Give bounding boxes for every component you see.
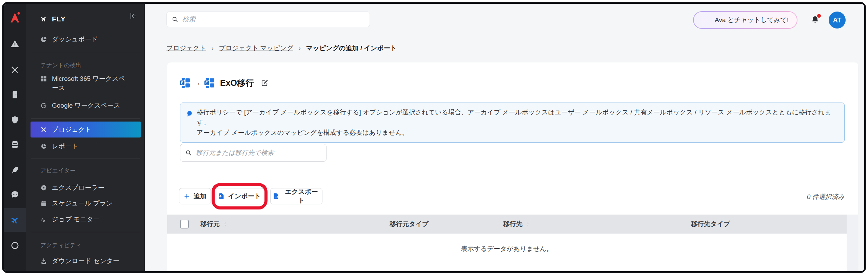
shield-icon[interactable] — [11, 115, 19, 124]
breadcrumb: プロジェクト › プロジェクト マッピング › マッピングの追加 / インポート — [166, 44, 397, 53]
job-monitor-pulse-icon — [40, 216, 47, 223]
sidebar-item-label: Microsoft 365 ワークスペース — [52, 74, 130, 92]
sidebar-item-label: プロジェクト — [52, 125, 92, 134]
global-search-input[interactable] — [182, 15, 365, 23]
cabinet-icon[interactable] — [11, 90, 19, 99]
tools-icon[interactable] — [11, 66, 19, 74]
database-icon[interactable] — [11, 140, 19, 149]
migration-arrow: → — [194, 78, 201, 87]
select-all-checkbox[interactable] — [180, 220, 189, 228]
column-label: 移行元 — [200, 220, 220, 228]
sidebar-divider — [31, 232, 140, 232]
sidebar-item-label: レポート — [52, 142, 78, 151]
sidebar-divider — [31, 159, 140, 159]
info-banner: 移行ポリシーで [アーカイブ メールボックスを移行する] オプションが選択されて… — [180, 103, 845, 143]
sidebar-section-aviator: アビエイター — [40, 167, 76, 175]
import-button[interactable]: インポート — [215, 188, 264, 204]
column-label: 移行先タイプ — [691, 220, 730, 228]
section-divider — [167, 176, 858, 176]
sidebar-section-activity: アクティビティ — [40, 241, 82, 249]
sidebar-item-download-center[interactable]: ダウンロード センター — [26, 254, 145, 269]
info-bubble-icon — [186, 110, 193, 117]
notifications-button[interactable] — [810, 15, 820, 25]
sidebar-item-label: エクスプローラー — [52, 183, 104, 192]
project-title-row: → ExO移行 — [180, 75, 269, 91]
sidebar-item-label: Google ワークスペース — [52, 101, 120, 110]
fly-logo-plane-icon — [38, 14, 49, 24]
page-title: ExO移行 — [220, 77, 254, 89]
content-card: → ExO移行 移行ポリシーで [アーカイブ メールボックスを移行する] オプシ… — [167, 62, 858, 271]
sidebar-brand: FLY — [26, 11, 145, 27]
sidebar-item-label: スケジュール プラン — [52, 199, 113, 208]
chevron-right-icon: › — [299, 45, 301, 52]
search-icon — [185, 149, 192, 156]
global-search — [166, 12, 370, 27]
column-label: 移行先 — [503, 220, 522, 228]
column-label: 移行元タイプ — [390, 220, 429, 228]
column-header-destination-type: 移行先タイプ — [691, 215, 730, 234]
ava-chat-button-inner: Ava とチャットしてみて! — [694, 12, 797, 28]
report-pie-icon — [40, 143, 47, 150]
breadcrumb-projects-link[interactable]: プロジェクト — [166, 44, 206, 53]
chat-icon[interactable] — [11, 190, 19, 199]
sidebar-item-label: ジョブ モニター — [52, 215, 100, 224]
ava-chat-label: Ava とチャットしてみて! — [715, 16, 789, 24]
app-window: FLY ダッシュボード テナントの検出 Microsoft 365 ワークスペー… — [2, 2, 866, 273]
main-area: Ava とチャットしてみて! AT プロジェクト › プロジェクト マッピング … — [145, 4, 864, 271]
search-icon — [172, 16, 178, 23]
sidebar-section-tenant-discovery: テナントの検出 — [40, 61, 81, 69]
table-header: 移行元 移行元タイプ 移行先 移行先タイプ — [167, 215, 847, 234]
sidebar-item-explorer[interactable]: エクスプローラー — [26, 180, 145, 195]
sidebar-item-google-workspace[interactable]: Google ワークスペース — [26, 98, 145, 113]
icon-rail — [4, 4, 26, 271]
sidebar-divider — [31, 118, 140, 119]
table-empty-message: 表示するデータがありません。 — [167, 244, 847, 253]
breadcrumb-project-mapping-link[interactable]: プロジェクト マッピング — [219, 44, 293, 53]
plus-icon — [183, 193, 190, 200]
export-button[interactable]: エクスポート — [270, 188, 322, 204]
screenshot-root: FLY ダッシュボード テナントの検出 Microsoft 365 ワークスペー… — [0, 0, 868, 275]
mapping-search — [180, 144, 327, 162]
topbar-right: Ava とチャットしてみて! AT — [693, 11, 846, 29]
export-button-label: エクスポート — [283, 187, 320, 205]
circle-icon[interactable] — [11, 241, 19, 250]
feather-pen-icon[interactable] — [11, 166, 19, 175]
explorer-compass-icon — [40, 184, 47, 191]
chevron-right-icon: › — [212, 45, 214, 52]
download-icon — [40, 258, 47, 264]
sidebar-item-label: ダッシュボード — [52, 35, 98, 44]
schedule-calendar-icon — [40, 200, 47, 207]
ava-star-icon — [702, 16, 711, 24]
table-row-divider — [167, 265, 847, 265]
add-button[interactable]: 追加 — [179, 188, 211, 204]
file-import-icon — [218, 193, 225, 200]
avepoint-logo-icon[interactable] — [8, 11, 21, 24]
sidebar-item-reports[interactable]: レポート — [26, 139, 145, 154]
sidebar-item-label: ダウンロード センター — [52, 257, 119, 265]
sidebar-item-projects-active[interactable]: プロジェクト — [31, 122, 141, 138]
sidebar-item-schedule-plan[interactable]: スケジュール プラン — [26, 196, 145, 211]
m365-grid-icon — [40, 75, 47, 82]
mapping-search-input[interactable] — [195, 149, 321, 157]
ava-chat-button[interactable]: Ava とチャットしてみて! — [693, 11, 797, 29]
dashboard-icon — [40, 36, 47, 43]
column-header-destination[interactable]: 移行先 — [503, 215, 531, 234]
alert-triangle-icon[interactable] — [11, 39, 19, 48]
import-button-label: インポート — [228, 192, 261, 201]
product-name: FLY — [52, 15, 66, 23]
sort-icon[interactable] — [525, 221, 531, 227]
sort-icon[interactable] — [222, 221, 228, 227]
sidebar-item-m365-workspace[interactable]: Microsoft 365 ワークスペース — [26, 74, 145, 92]
column-header-source-type: 移行元タイプ — [390, 215, 429, 234]
sidebar-divider — [31, 52, 140, 52]
selection-status: 0 件選択済み — [807, 192, 845, 201]
sidebar-item-dashboard[interactable]: ダッシュボード — [26, 32, 145, 47]
breadcrumb-current: マッピングの追加 / インポート — [306, 44, 397, 53]
exchange-source-icon — [180, 78, 190, 88]
user-avatar[interactable]: AT — [829, 12, 846, 29]
column-header-source[interactable]: 移行元 — [200, 215, 228, 234]
edit-icon[interactable] — [261, 79, 269, 87]
collapse-sidebar-icon[interactable] — [129, 12, 137, 20]
table-scrollbar-gutter[interactable] — [847, 215, 858, 271]
sidebar-item-job-monitor[interactable]: ジョブ モニター — [26, 212, 145, 227]
